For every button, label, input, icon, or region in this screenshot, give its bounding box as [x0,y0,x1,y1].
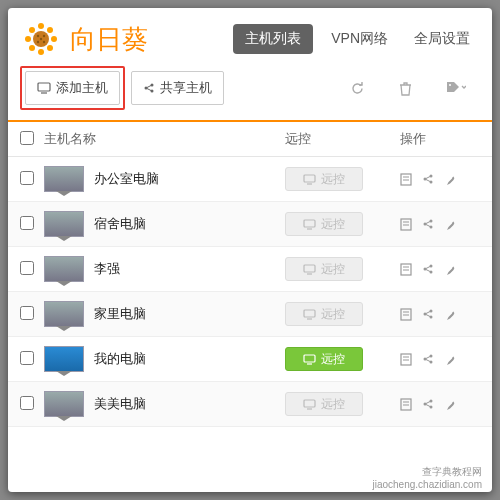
settings-icon[interactable] [444,173,457,186]
svg-rect-62 [304,355,315,362]
host-name: 我的电脑 [94,350,285,368]
svg-rect-22 [304,175,315,182]
svg-line-81 [425,404,431,407]
share-icon[interactable] [422,218,434,231]
svg-rect-42 [304,265,315,272]
svg-line-71 [425,359,431,362]
app-logo [22,20,60,58]
host-name: 家里电脑 [94,305,285,323]
settings-icon[interactable] [444,398,457,411]
settings-icon[interactable] [444,218,457,231]
col-ops-header: 操作 [400,130,480,148]
monitor-icon [303,264,316,275]
monitor-icon [37,82,51,94]
add-host-button[interactable]: 添加主机 [25,71,120,105]
tag-dropdown-button[interactable] [432,73,480,103]
detail-icon[interactable] [400,218,412,231]
svg-point-1 [38,49,44,55]
host-name: 宿舍电脑 [94,215,285,233]
col-name-header: 主机名称 [44,130,285,148]
host-thumbnail [44,391,84,417]
svg-point-3 [51,36,57,42]
svg-line-19 [146,85,152,88]
remote-control-button: 远控 [285,257,363,281]
host-thumbnail [44,166,84,192]
svg-point-6 [29,45,35,51]
tab-host-list[interactable]: 主机列表 [233,24,313,54]
remote-label: 远控 [321,396,345,413]
svg-point-4 [29,27,35,33]
monitor-icon [303,309,316,320]
remote-control-button: 远控 [285,167,363,191]
highlight-box: 添加主机 [20,66,125,110]
svg-line-61 [425,314,431,317]
row-checkbox[interactable] [20,306,34,320]
detail-icon[interactable] [400,353,412,366]
monitor-icon [303,354,316,365]
host-list: 办公室电脑远控宿舍电脑远控李强远控家里电脑远控我的电脑远控美美电脑远控 [8,157,492,463]
col-remote-header: 远控 [285,130,400,148]
app-window: 向日葵 主机列表 VPN网络 全局设置 添加主机 共享主机 [8,8,492,492]
settings-icon[interactable] [444,353,457,366]
svg-line-30 [425,176,431,179]
share-host-label: 共享主机 [160,79,212,97]
row-checkbox[interactable] [20,171,34,185]
svg-line-41 [425,224,431,227]
refresh-icon [350,81,365,96]
remote-label: 远控 [321,306,345,323]
monitor-icon [303,399,316,410]
svg-rect-14 [38,83,50,91]
monitor-icon [303,174,316,185]
settings-icon[interactable] [444,263,457,276]
toolbar: 添加主机 共享主机 [8,66,492,122]
table-row: 办公室电脑远控 [8,157,492,202]
table-row: 我的电脑远控 [8,337,492,382]
detail-icon[interactable] [400,263,412,276]
svg-line-60 [425,311,431,314]
svg-line-20 [146,88,152,91]
remote-label: 远控 [321,261,345,278]
svg-line-80 [425,401,431,404]
share-icon[interactable] [422,353,434,366]
detail-icon[interactable] [400,398,412,411]
svg-line-70 [425,356,431,359]
host-name: 办公室电脑 [94,170,285,188]
svg-point-11 [37,41,39,43]
svg-line-40 [425,221,431,224]
share-host-button[interactable]: 共享主机 [131,71,224,105]
detail-icon[interactable] [400,173,412,186]
svg-point-13 [40,38,42,40]
refresh-button[interactable] [336,73,379,104]
host-thumbnail [44,211,84,237]
remote-label: 远控 [321,351,345,368]
app-title: 向日葵 [70,22,223,57]
share-icon[interactable] [422,263,434,276]
table-row: 美美电脑远控 [8,382,492,427]
tab-vpn-network[interactable]: VPN网络 [323,24,396,54]
svg-rect-32 [304,220,315,227]
settings-icon[interactable] [444,308,457,321]
row-checkbox[interactable] [20,396,34,410]
share-icon[interactable] [422,398,434,411]
table-header: 主机名称 远控 操作 [8,122,492,157]
row-checkbox[interactable] [20,351,34,365]
svg-line-51 [425,269,431,272]
host-thumbnail [44,346,84,372]
row-checkbox[interactable] [20,261,34,275]
monitor-icon [303,219,316,230]
svg-point-12 [43,41,45,43]
svg-point-7 [47,45,53,51]
delete-button[interactable] [385,73,426,104]
remote-label: 远控 [321,216,345,233]
host-name: 美美电脑 [94,395,285,413]
detail-icon[interactable] [400,308,412,321]
share-icon[interactable] [422,308,434,321]
titlebar: 向日葵 主机列表 VPN网络 全局设置 [8,8,492,66]
host-thumbnail [44,256,84,282]
tab-global-settings[interactable]: 全局设置 [406,24,478,54]
remote-control-button[interactable]: 远控 [285,347,363,371]
select-all-checkbox[interactable] [20,131,34,145]
share-icon[interactable] [422,173,434,186]
share-icon [143,82,155,94]
row-checkbox[interactable] [20,216,34,230]
